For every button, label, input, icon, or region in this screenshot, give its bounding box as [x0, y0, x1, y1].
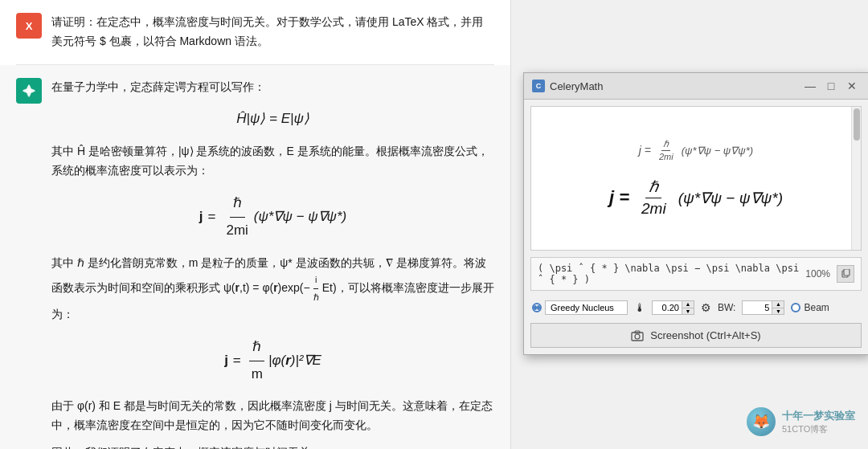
preview-rest-large: (ψ*∇ψ − ψ∇ψ*): [678, 189, 783, 207]
preview-j-small: j =: [639, 144, 651, 157]
user-message-content: 请证明：在定态中，概率流密度与时间无关。对于数学公式，请使用 LaTeX 格式，…: [51, 13, 494, 51]
preview-scrollbar[interactable]: [851, 107, 861, 250]
j-eq2-frac: ℏ m: [248, 336, 266, 386]
watermark-text: 十年一梦实验室: [782, 409, 855, 423]
j-eq1-frac-den: 2mi: [223, 218, 251, 243]
temperature-down[interactable]: ▼: [682, 308, 694, 315]
j-eq1-frac-num: ℏ: [230, 192, 245, 218]
screenshot-icon: [631, 330, 644, 341]
conclusion-2: 因此，我们证明了在定态中，概率流密度与时间无关。: [51, 443, 494, 449]
celery-title-left: C CeleryMath: [532, 80, 603, 92]
thermometer-icon: 🌡: [634, 301, 645, 314]
gear-icon[interactable]: ⚙: [701, 301, 711, 314]
beam-label: Beam: [804, 302, 829, 313]
j-equation-1: j = ℏ 2mi (ψ*∇ψ − ψ∇ψ*): [51, 192, 494, 243]
bw-down[interactable]: ▼: [772, 308, 784, 315]
beam-radio-group[interactable]: Beam: [791, 302, 829, 313]
j-eq1-frac: ℏ 2mi: [223, 192, 251, 243]
watermark-text-group: 十年一梦实验室 51CTO博客: [782, 409, 855, 435]
conclusion-1: 由于 φ(r) 和 E 都是与时间无关的常数，因此概率流密度 j 与时间无关。这…: [51, 397, 494, 435]
greedy-nucleus-radio-group[interactable]: Greedy Nucleus Beam Search: [532, 300, 628, 315]
zoom-label: 100%: [805, 268, 830, 280]
celery-window-controls: — □ ✕: [802, 78, 860, 94]
preview-j-large: j =: [609, 187, 629, 208]
assistant-message-content: 在量子力学中，定态薛定谔方程可以写作： Ĥ|ψ⟩ = E|ψ⟩ 其中 Ĥ 是哈密…: [51, 78, 494, 449]
assistant-message-block: 在量子力学中，定态薛定谔方程可以写作： Ĥ|ψ⟩ = E|ψ⟩ 其中 Ĥ 是哈密…: [0, 65, 510, 449]
explanation-1: 其中 Ĥ 是哈密顿量算符，|ψ⟩ 是系统的波函数，E 是系统的能量。根据概率流密…: [51, 142, 494, 181]
celery-app-icon: C: [532, 80, 545, 92]
screenshot-label: Screenshot (Ctrl+Alt+S): [650, 329, 760, 341]
maximize-button[interactable]: □: [823, 78, 839, 94]
svg-rect-1: [844, 269, 850, 276]
temperature-spinners: ▲ ▼: [682, 301, 694, 314]
copy-button[interactable]: [837, 265, 854, 283]
bw-up[interactable]: ▲: [772, 301, 784, 308]
preview-frac-small: ℏ 2mi: [657, 139, 675, 161]
explanation-2: 其中 ℏ 是约化普朗克常数，m 是粒子的质量，ψ* 是波函数的共轭，∇ 是梯度算…: [51, 254, 494, 325]
watermark-source: 51CTO博客: [782, 423, 855, 435]
preview-frac-large: ℏ 2mi: [638, 178, 669, 218]
j-eq2-frac-den: m: [248, 361, 266, 386]
watermark-logo: 🦊: [747, 407, 776, 436]
watermark: 🦊 十年一梦实验室 51CTO博客: [747, 407, 855, 436]
celery-titlebar[interactable]: C CeleryMath — □ ✕: [524, 73, 868, 100]
bw-input[interactable]: [743, 301, 772, 314]
main-container: X 请证明：在定态中，概率流密度与时间无关。对于数学公式，请使用 LaTeX 格…: [0, 0, 868, 449]
formula-preview-area: j = ℏ 2mi (ψ*∇ψ − ψ∇ψ*) j = ℏ 2mi (ψ*∇ψ …: [530, 106, 862, 251]
j-eq2-frac-num: ℏ: [249, 336, 264, 361]
user-avatar: X: [16, 13, 42, 39]
bw-field[interactable]: ▲ ▼: [742, 300, 784, 315]
minimize-button[interactable]: —: [802, 78, 818, 94]
hamiltonian-equation: Ĥ|ψ⟩ = E|ψ⟩: [51, 108, 494, 131]
right-panel: C CeleryMath — □ ✕ j = ℏ 2mi: [510, 0, 868, 449]
screenshot-button[interactable]: Screenshot (Ctrl+Alt+S): [530, 323, 862, 348]
close-button[interactable]: ✕: [844, 78, 860, 94]
preview-formula-large: j = ℏ 2mi (ψ*∇ψ − ψ∇ψ*): [609, 178, 783, 218]
gpt-avatar: [16, 78, 42, 104]
controls-row: Greedy Nucleus Beam Search 🌡 ▲ ▼ ⚙ BW:: [524, 296, 868, 320]
latex-input-text: ( \psi ˆ { * } \nabla \psi − \psi \nabla…: [538, 263, 799, 285]
scroll-thumb: [854, 108, 860, 141]
celery-window: C CeleryMath — □ ✕ j = ℏ 2mi: [523, 72, 868, 355]
mode-dropdown[interactable]: Greedy Nucleus Beam Search: [545, 300, 628, 315]
preview-formula-small: j = ℏ 2mi (ψ*∇ψ − ψ∇ψ*): [639, 139, 753, 161]
celery-title-text: CeleryMath: [550, 80, 603, 92]
preview-rest-small: (ψ*∇ψ − ψ∇ψ*): [682, 145, 753, 157]
greedy-nucleus-radio[interactable]: [532, 303, 542, 312]
assistant-intro: 在量子力学中，定态薛定谔方程可以写作：: [51, 78, 494, 97]
temperature-up[interactable]: ▲: [682, 301, 694, 308]
latex-input-area[interactable]: ( \psi ˆ { * } \nabla \psi − \psi \nabla…: [530, 257, 862, 291]
svg-point-3: [635, 334, 640, 339]
beam-radio[interactable]: [791, 303, 800, 312]
bw-label: BW:: [718, 302, 735, 313]
bw-spinners: ▲ ▼: [772, 301, 784, 314]
chat-area: X 请证明：在定态中，概率流密度与时间无关。对于数学公式，请使用 LaTeX 格…: [0, 0, 510, 449]
exponent-frac: iℏ: [312, 272, 321, 304]
temperature-input[interactable]: [653, 301, 682, 314]
temperature-field[interactable]: ▲ ▼: [652, 300, 694, 315]
user-message-block: X 请证明：在定态中，概率流密度与时间无关。对于数学公式，请使用 LaTeX 格…: [0, 0, 510, 64]
j-equation-2: j = ℏ m |φ(r)|²∇E: [51, 336, 494, 386]
